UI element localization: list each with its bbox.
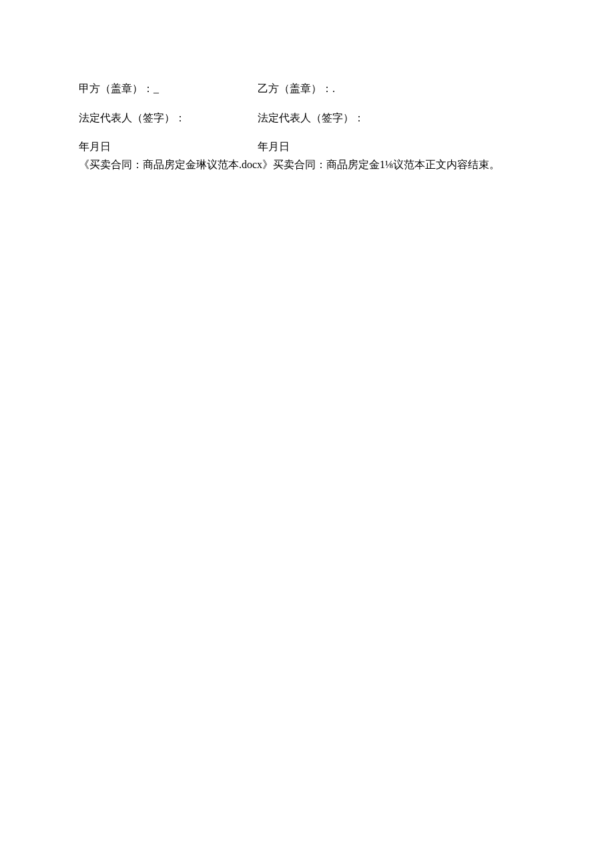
party-b-date: 年月日 [258,138,535,155]
party-b-representative: 法定代表人（签字）： [258,109,535,127]
party-b-seal: 乙方（盖章）：. [258,80,535,97]
representative-row: 法定代表人（签字）： 法定代表人（签字）： [79,109,535,127]
party-a-date: 年月日 [79,138,258,155]
party-a-seal: 甲方（盖章）：_ [79,80,258,97]
date-row: 年月日 年月日 [79,138,535,155]
footer-text: 《买卖合同：商品房定金琳议范本.docx》买卖合同：商品房定金1⅛议范本正文内容… [79,157,535,173]
seal-row: 甲方（盖章）：_ 乙方（盖章）：. [79,80,535,97]
party-a-representative: 法定代表人（签字）： [79,109,258,127]
